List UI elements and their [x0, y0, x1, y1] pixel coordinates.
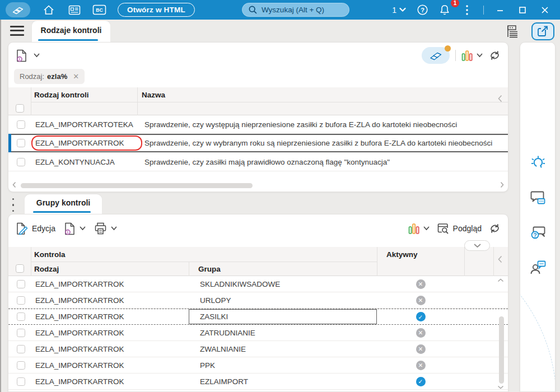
- col-group-header-kontrola[interactable]: Kontrola: [34, 250, 66, 259]
- search-input[interactable]: Wyszukaj (Alt + Q): [242, 3, 349, 17]
- cell-rodzaj: EZLA_IMPORTKARTROK: [32, 361, 189, 370]
- row-checkbox[interactable]: [17, 296, 25, 305]
- close-button[interactable]: [534, 2, 556, 17]
- table-row[interactable]: EZLA_IMPORTKARTROK PPK ✕: [8, 357, 508, 374]
- bottom-table-header: Kontrola Aktywny Rodzaj Grupa: [8, 247, 508, 276]
- cell-grupa: ZWALNIANIE: [189, 345, 377, 353]
- filter-chip-close-icon[interactable]: ✕: [73, 72, 79, 81]
- tab-active-underline: [38, 39, 98, 41]
- cell-grupa-focused: ZASILKI: [189, 312, 377, 321]
- col-header-rodzaj[interactable]: Rodzaj: [34, 265, 59, 273]
- print-button[interactable]: [94, 222, 117, 235]
- scroll-right-icon[interactable]: [500, 181, 504, 188]
- cell-grupa: SKLADNIKIWSADOWE: [189, 280, 377, 288]
- tips-button[interactable]: [530, 155, 547, 171]
- col-header-aktywny[interactable]: Aktywny: [386, 250, 418, 259]
- share-button[interactable]: [531, 22, 554, 40]
- bc-button[interactable]: BC: [88, 2, 110, 17]
- row-checkbox[interactable]: [17, 361, 25, 370]
- table-row[interactable]: EZLA_IMPORTKARTOTEKA Sprawdzenie, czy wy…: [8, 115, 508, 134]
- record-info-button[interactable]: i: [63, 222, 86, 236]
- cell-nazwa: Sprawdzenie, czy w wybranym roku są niep…: [140, 139, 508, 147]
- lightbulb-icon: [530, 155, 547, 171]
- tab-grupy-kontroli[interactable]: Grupy kontroli: [25, 194, 102, 214]
- table-row[interactable]: EZLA_IMPORTKARTROK EZLAIMPORT ✓: [8, 374, 508, 390]
- refresh-button[interactable]: [488, 49, 501, 62]
- app-windows-button[interactable]: [6, 2, 30, 17]
- help-button[interactable]: ?: [412, 2, 433, 17]
- scroll-up-icon[interactable]: [497, 278, 504, 282]
- panel-drag-handle[interactable]: [12, 198, 17, 212]
- svg-text:i: i: [19, 57, 20, 61]
- column-pin-chevron-icon[interactable]: [498, 95, 502, 102]
- tab-active-underline: [33, 211, 91, 213]
- cell-rodzaj: EZLA_IMPORTKARTROK: [32, 296, 189, 305]
- status-active-icon: ✓: [416, 312, 426, 321]
- maximize-button[interactable]: [512, 2, 533, 17]
- document-info-icon: i: [63, 222, 76, 236]
- refresh-button[interactable]: [488, 222, 501, 235]
- chevron-down-icon[interactable]: [34, 53, 40, 58]
- select-all-checkbox[interactable]: [16, 264, 24, 273]
- main-menu-button[interactable]: [10, 26, 24, 36]
- row-checkbox[interactable]: [17, 280, 25, 288]
- bar-chart-icon: [408, 222, 420, 235]
- column-pin-chevron-icon[interactable]: [498, 255, 502, 263]
- tab-rodzaje-kontroli[interactable]: Rodzaje kontroli: [32, 21, 110, 42]
- row-checkbox[interactable]: [17, 139, 25, 147]
- row-checkbox[interactable]: [17, 329, 25, 337]
- table-row[interactable]: EZLA_KONTYNUACJA Sprawdzenie, czy zasiłk…: [8, 153, 508, 171]
- table-row[interactable]: EZLA_IMPORTKARTROK ZATRUDNIANIE ✕: [8, 325, 508, 341]
- scrollbar-thumb[interactable]: [21, 183, 253, 188]
- table-row[interactable]: EZLA_IMPORTKARTROK SKLADNIKIWSADOWE ✕: [8, 276, 508, 292]
- structure-tree-button[interactable]: [506, 25, 520, 38]
- open-in-html-button[interactable]: Otwórz w HTML: [118, 3, 195, 17]
- table-row-focused[interactable]: EZLA_IMPORTKARTROK ZASILKI ✓: [8, 309, 508, 325]
- minimize-button[interactable]: [489, 2, 511, 17]
- table-row-selected[interactable]: EZLA_IMPORTKARTROK Sprawdzenie, czy w wy…: [8, 134, 508, 152]
- row-checkbox[interactable]: [17, 120, 25, 129]
- row-checkbox[interactable]: [17, 345, 25, 353]
- chart-view-button[interactable]: [461, 49, 483, 62]
- col-header-rodzaj-kontroli[interactable]: Rodzaj kontroli: [34, 91, 89, 99]
- news-button[interactable]: [64, 2, 85, 17]
- chat-button[interactable]: [530, 189, 547, 206]
- tab-rodzaje-kontroli-label: Rodzaje kontroli: [41, 26, 102, 35]
- row-checkbox[interactable]: [17, 158, 25, 166]
- record-info-button[interactable]: i: [15, 49, 28, 63]
- status-inactive-icon: ✕: [416, 296, 426, 305]
- cell-grupa: PPK: [189, 361, 377, 370]
- more-menu-button[interactable]: [456, 2, 478, 17]
- select-all-checkbox[interactable]: [16, 104, 24, 113]
- layers-icon: [429, 50, 442, 62]
- col-header-nazwa[interactable]: Nazwa: [142, 91, 165, 99]
- row-checkbox[interactable]: [17, 377, 25, 386]
- home-button[interactable]: [38, 2, 59, 17]
- svg-text:?: ?: [533, 232, 536, 239]
- table-row[interactable]: EZLA_IMPORTKARTROK ZWALNIANIE ✕: [8, 341, 508, 357]
- related-windows-button[interactable]: [422, 47, 450, 64]
- top-table-header: Rodzaj kontroli Nazwa: [8, 87, 508, 115]
- title-bar: BC Otwórz w HTML Wyszukaj (Alt + Q) 1 ? …: [0, 0, 560, 20]
- table-row[interactable]: EZLA_IMPORTKARTROK URLOPY ✕: [8, 292, 508, 309]
- scroll-down-icon[interactable]: [497, 385, 504, 389]
- filter-chip-value: ezla%: [47, 72, 67, 81]
- scroll-left-icon[interactable]: [12, 181, 16, 188]
- col-header-grupa[interactable]: Grupa: [198, 265, 221, 273]
- preview-button[interactable]: Podgląd: [436, 222, 482, 235]
- printer-icon: [94, 222, 108, 235]
- scrollbar-thumb[interactable]: [499, 316, 504, 384]
- notifications-button[interactable]: 1: [434, 2, 455, 17]
- cell-nazwa: Sprawdzenie, czy występują nieprzeniesio…: [140, 120, 508, 129]
- community-feedback-button[interactable]: [530, 259, 547, 276]
- filter-chip[interactable]: Rodzaj: ezla% ✕: [14, 69, 85, 84]
- window-count-dropdown[interactable]: 1: [388, 6, 410, 15]
- cell-rodzaj: EZLA_IMPORTKARTROK: [32, 280, 189, 288]
- edit-button[interactable]: Edycja: [15, 222, 55, 236]
- preview-button-label: Podgląd: [453, 224, 482, 233]
- help-center-button[interactable]: ?: [530, 225, 547, 241]
- horizontal-scrollbar[interactable]: [8, 181, 508, 189]
- row-checkbox[interactable]: [17, 312, 25, 321]
- chart-view-button[interactable]: [408, 222, 430, 235]
- collapse-panel-button[interactable]: [464, 240, 490, 251]
